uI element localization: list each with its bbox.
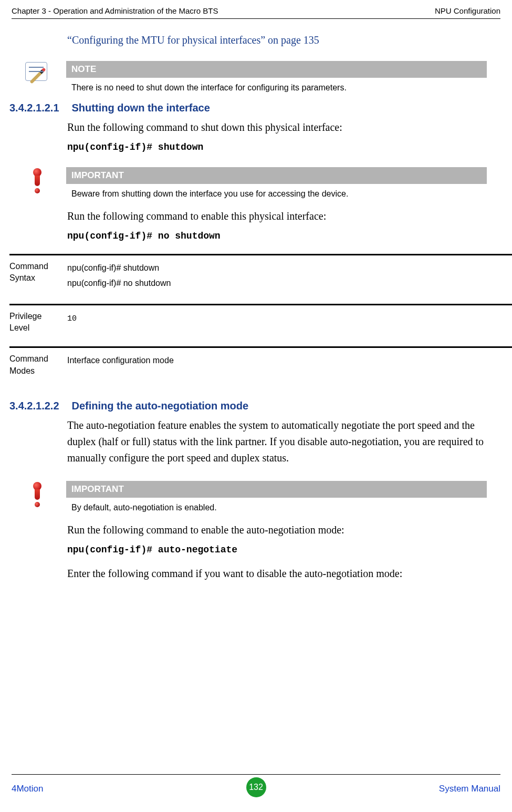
code-line: npu(config-if)# shutdown [67,142,487,152]
header-left: Chapter 3 - Operation and Administration… [12,6,218,15]
page: Chapter 3 - Operation and Administration… [0,0,512,812]
paragraph: The auto-negotiation feature enables the… [67,417,487,466]
table-row: Privilege Level 10 [9,304,512,347]
important-icon [25,168,51,194]
running-header: Chapter 3 - Operation and Administration… [12,6,500,15]
section-number: 3.4.2.1.2.2 [9,400,59,412]
footer-rule [12,774,500,775]
cross-reference-link[interactable]: “Configuring the MTU for physical interf… [67,34,319,46]
section-heading: 3.4.2.1.2.1 Shutting down the interface [9,102,512,114]
footer-left: 4Motion [12,784,43,794]
content: “Configuring the MTU for physical interf… [0,34,512,587]
footer-right: System Manual [439,784,500,794]
row-label: Privilege Level [9,311,59,334]
header-rule [12,18,500,19]
note-title: NOTE [66,61,487,78]
paragraph: Run the following command to enable this… [67,208,487,224]
important-callout: IMPORTANT Beware from shutting down the … [25,167,512,201]
page-number: 132 [249,783,263,792]
pencil-icon [29,67,46,84]
sec2-body2: Run the following command to enable the … [67,522,487,582]
important-title: IMPORTANT [66,167,487,184]
sec2-body: The auto-negotiation feature enables the… [67,417,487,466]
syntax-line: npu(config-if)# shutdown [67,261,512,276]
privilege-level-value: 10 [67,314,77,323]
important-callout: IMPORTANT By default, auto-negotiation i… [25,481,512,515]
note-body: NOTE There is no need to shut down the i… [66,61,487,95]
important-text: Beware from shutting down the interface … [66,184,487,201]
row-value: npu(config-if)# shutdown npu(config-if)#… [67,261,512,291]
sec1-body2: Run the following command to enable this… [67,208,487,241]
important-body: IMPORTANT By default, auto-negotiation i… [66,481,487,515]
section-title: Defining the auto-negotiation mode [72,400,249,412]
row-label: Command Modes [9,353,59,377]
section-title: Shutting down the interface [72,102,210,114]
code-line: npu(config-if)# auto-negotiate [67,544,487,555]
important-icon [25,482,51,508]
command-reference-table: Command Syntax npu(config-if)# shutdown … [9,254,512,389]
note-icon [25,62,51,88]
table-row: Command Modes Interface configuration mo… [9,346,512,389]
section-heading: 3.4.2.1.2.2 Defining the auto-negotiatio… [9,400,512,412]
intro-xref-wrap: “Configuring the MTU for physical interf… [67,34,487,46]
syntax-line: npu(config-if)# no shutdown [67,276,512,291]
footer: 4Motion 132 System Manual [12,778,500,799]
page-number-badge: 132 [246,777,266,797]
section-number: 3.4.2.1.2.1 [9,102,59,114]
important-title: IMPORTANT [66,481,487,498]
sec1-body: Run the following command to shut down t… [67,119,487,152]
paragraph: Enter the following command if you want … [67,566,487,582]
table-row: Command Syntax npu(config-if)# shutdown … [9,254,512,304]
paragraph: Run the following command to shut down t… [67,119,487,136]
row-label: Command Syntax [9,261,59,284]
notepad-icon [25,62,47,81]
paragraph: Run the following command to enable the … [67,522,487,538]
exclamation-icon [33,482,42,507]
row-value: Interface configuration mode [67,353,512,368]
code-line: npu(config-if)# no shutdown [67,231,487,241]
header-right: NPU Configuration [435,6,500,15]
important-text: By default, auto-negotiation is enabled. [66,498,487,515]
important-body: IMPORTANT Beware from shutting down the … [66,167,487,201]
row-value: 10 [67,311,512,326]
exclamation-icon [33,168,42,193]
note-callout: NOTE There is no need to shut down the i… [25,61,512,95]
note-text: There is no need to shut down the interf… [66,78,487,95]
